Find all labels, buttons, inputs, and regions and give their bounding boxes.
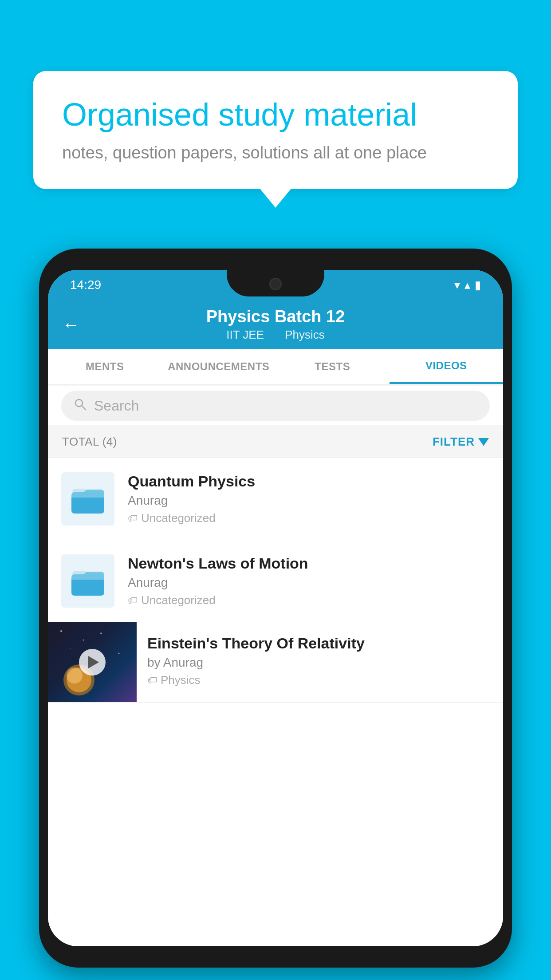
tag-icon: 🏷 bbox=[128, 513, 138, 524]
svg-point-4 bbox=[70, 648, 71, 649]
video-title: Quantum Physics bbox=[128, 473, 490, 490]
header-subtitle: IIT JEE Physics bbox=[222, 328, 329, 342]
search-input[interactable]: Search bbox=[94, 398, 139, 414]
play-icon bbox=[88, 656, 99, 668]
svg-point-2 bbox=[60, 630, 62, 632]
phone-frame: 14:29 ▾ ▴ ▮ ← Physics Batch 12 IIT JEE P… bbox=[39, 249, 512, 968]
video-tag: 🏷 Uncategorized bbox=[128, 511, 490, 525]
svg-point-10 bbox=[67, 668, 83, 684]
header-physics: Physics bbox=[285, 328, 325, 341]
clock: 14:29 bbox=[70, 278, 101, 292]
video-info: Quantum Physics Anurag 🏷 Uncategorized bbox=[128, 473, 490, 525]
search-bar: Search bbox=[48, 386, 503, 425]
video-title: Einstein's Theory Of Relativity bbox=[147, 635, 492, 652]
video-thumbnail bbox=[48, 622, 137, 702]
video-author: Anurag bbox=[128, 494, 490, 508]
svg-point-6 bbox=[118, 653, 120, 654]
battery-icon: ▮ bbox=[475, 278, 481, 292]
video-title: Newton's Laws of Motion bbox=[128, 555, 490, 572]
total-count: TOTAL (4) bbox=[62, 435, 117, 449]
bubble-subtitle: notes, question papers, solutions all at… bbox=[62, 143, 489, 162]
tag-icon: 🏷 bbox=[128, 595, 138, 606]
signal-icon: ▴ bbox=[464, 278, 470, 292]
folder-thumbnail bbox=[61, 554, 114, 608]
filter-icon bbox=[478, 438, 489, 446]
folder-icon bbox=[68, 479, 108, 519]
svg-point-5 bbox=[100, 632, 102, 634]
tab-ments[interactable]: MENTS bbox=[48, 349, 162, 384]
tag-icon: 🏷 bbox=[147, 675, 157, 686]
bubble-title: Organised study material bbox=[62, 95, 489, 134]
filter-button[interactable]: FILTER bbox=[433, 435, 489, 449]
tabs-bar: MENTS ANNOUNCEMENTS TESTS VIDEOS bbox=[48, 349, 503, 384]
search-icon bbox=[74, 398, 87, 414]
wifi-icon: ▾ bbox=[454, 278, 460, 292]
video-author: Anurag bbox=[128, 576, 490, 590]
play-button[interactable] bbox=[79, 649, 106, 676]
search-input-wrap[interactable]: Search bbox=[61, 391, 490, 421]
tab-announcements[interactable]: ANNOUNCEMENTS bbox=[162, 349, 276, 384]
video-author: by Anurag bbox=[147, 656, 492, 670]
status-icons: ▾ ▴ ▮ bbox=[454, 278, 481, 292]
video-tag: 🏷 Physics bbox=[147, 673, 492, 687]
phone-screen: 14:29 ▾ ▴ ▮ ← Physics Batch 12 IIT JEE P… bbox=[48, 270, 503, 946]
svg-line-1 bbox=[82, 406, 86, 410]
video-info: Newton's Laws of Motion Anurag 🏷 Uncateg… bbox=[128, 555, 490, 607]
tab-tests[interactable]: TESTS bbox=[276, 349, 390, 384]
header-title: Physics Batch 12 bbox=[206, 307, 345, 326]
video-tag: 🏷 Uncategorized bbox=[128, 593, 490, 607]
notch bbox=[227, 270, 324, 296]
list-item[interactable]: Quantum Physics Anurag 🏷 Uncategorized bbox=[48, 458, 503, 540]
filter-bar: TOTAL (4) FILTER bbox=[48, 426, 503, 458]
content-area: Quantum Physics Anurag 🏷 Uncategorized bbox=[48, 458, 503, 946]
tab-videos[interactable]: VIDEOS bbox=[390, 349, 504, 384]
list-item[interactable]: Einstein's Theory Of Relativity by Anura… bbox=[48, 622, 503, 703]
list-item[interactable]: Newton's Laws of Motion Anurag 🏷 Uncateg… bbox=[48, 540, 503, 622]
folder-icon bbox=[68, 561, 108, 601]
speech-bubble: Organised study material notes, question… bbox=[33, 71, 518, 189]
header-iit-jee: IIT JEE bbox=[226, 328, 264, 341]
svg-point-3 bbox=[83, 640, 84, 641]
camera bbox=[269, 278, 282, 290]
video-info: Einstein's Theory Of Relativity by Anura… bbox=[137, 622, 503, 699]
back-button[interactable]: ← bbox=[62, 315, 80, 335]
folder-thumbnail bbox=[61, 472, 114, 526]
app-header: ← Physics Batch 12 IIT JEE Physics bbox=[48, 300, 503, 349]
